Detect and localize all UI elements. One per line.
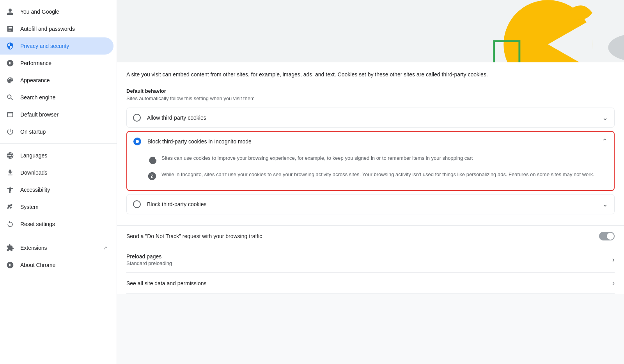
block-icon [147,171,157,181]
accessibility-icon [6,186,14,194]
person-icon [6,8,14,16]
sidebar-item-about[interactable]: About Chrome [0,256,113,274]
allow-cookies-option[interactable]: Allow third-party cookies ⌄ [126,108,615,128]
sidebar-item-downloads[interactable]: Downloads [0,164,113,181]
site-data-row[interactable]: See all site data and permissions › [126,273,615,294]
detail-item-2: While in Incognito, sites can't use your… [147,168,608,184]
preload-pages-subtitle: Standard preloading [126,260,612,266]
allow-cookies-label: Allow third-party cookies [147,115,596,121]
sidebar-item-on-startup-label: On startup [20,129,107,135]
sidebar-item-default-browser-label: Default browser [20,111,107,118]
description-section: A site you visit can embed content from … [117,62,624,225]
block-cookies-label: Block third-party cookies [147,201,596,207]
svg-point-10 [608,34,624,62]
default-behavior-section: Default behavior Sites automatically fol… [126,88,615,101]
detail-text-2: While in Incognito, sites can't use your… [161,171,594,178]
default-behavior-subtitle: Sites automatically follow this setting … [126,95,615,101]
do-not-track-toggle[interactable] [599,232,615,240]
preload-pages-arrow: › [612,256,615,264]
site-data-arrow: › [612,279,615,287]
sidebar-item-reset-label: Reset settings [20,221,107,227]
shield-icon [6,42,14,50]
palette-icon [6,76,14,84]
main-content: A site you visit can embed content from … [117,0,624,364]
block-incognito-label: Block third-party cookies in Incognito m… [147,138,596,145]
sidebar-item-on-startup[interactable]: On startup [0,123,113,140]
svg-point-13 [150,160,151,161]
svg-point-12 [152,160,153,161]
block-cookies-radio[interactable] [133,200,141,208]
sidebar-item-system[interactable]: System [0,198,113,216]
sidebar-item-about-label: About Chrome [20,262,107,268]
cookie-icon [147,155,157,164]
browser-icon [6,111,14,118]
sidebar: You and Google Autofill and passwords Pr… [0,0,117,364]
sidebar-item-appearance-label: Appearance [20,77,107,83]
sidebar-item-appearance[interactable]: Appearance [0,72,113,89]
sidebar-item-languages-label: Languages [20,152,107,159]
settings-sections: Send a "Do Not Track" request with your … [117,225,624,294]
description-text: A site you visit can embed content from … [126,70,615,79]
sidebar-item-privacy[interactable]: Privacy and security [0,37,113,55]
block-incognito-header[interactable]: Block third-party cookies in Incognito m… [127,132,614,151]
sidebar-item-languages[interactable]: Languages [0,147,113,164]
sidebar-item-extensions[interactable]: Extensions ↗ [0,239,113,256]
chrome-icon [6,261,14,269]
sidebar-item-performance[interactable]: Performance [0,55,113,72]
sidebar-item-accessibility[interactable]: Accessibility [0,181,113,198]
search-icon [6,94,14,101]
sidebar-item-you-google[interactable]: You and Google [0,3,113,20]
default-behavior-title: Default behavior [126,88,615,94]
allow-cookies-radio[interactable] [133,114,141,122]
sidebar-item-search-label: Search engine [20,94,107,101]
reset-icon [6,220,14,228]
wrench-icon [6,203,14,211]
sidebar-item-you-google-label: You and Google [20,9,107,15]
detail-text-1: Sites can use cookies to improve your br… [161,154,473,162]
speed-icon [6,59,14,67]
sidebar-item-autofill-label: Autofill and passwords [20,26,107,32]
site-data-content: See all site data and permissions [126,280,612,286]
sidebar-item-accessibility-label: Accessibility [20,187,107,193]
block-incognito-radio[interactable] [133,138,141,145]
hero-section [117,0,624,62]
article-icon [6,25,14,33]
sidebar-item-reset[interactable]: Reset settings [0,216,113,233]
detail-item-1: Sites can use cookies to improve your br… [147,151,608,168]
hero-shapes [117,0,624,62]
site-data-title: See all site data and permissions [126,280,612,286]
sidebar-item-extensions-label: Extensions [20,245,97,251]
puzzle-icon [6,244,14,252]
sidebar-item-downloads-label: Downloads [20,170,107,176]
block-cookies-option[interactable]: Block third-party cookies ⌄ [126,194,615,214]
sidebar-item-performance-label: Performance [20,60,107,66]
external-link-icon: ↗ [103,245,107,251]
sidebar-item-autofill[interactable]: Autofill and passwords [0,20,113,37]
globe-icon [6,152,14,159]
do-not-track-label: Send a "Do Not Track" request with your … [126,233,262,239]
sidebar-item-system-label: System [20,204,107,210]
nav-separator-1 [0,143,117,144]
block-incognito-details: Sites can use cookies to improve your br… [127,151,614,190]
allow-cookies-chevron: ⌄ [602,113,608,122]
preload-pages-content: Preload pages Standard preloading [126,253,612,266]
do-not-track-row: Send a "Do Not Track" request with your … [126,226,615,247]
block-incognito-option[interactable]: Block third-party cookies in Incognito m… [126,131,615,191]
preload-pages-title: Preload pages [126,253,612,260]
block-incognito-chevron: ⌃ [602,137,608,146]
svg-point-11 [151,159,152,160]
nav-separator-2 [0,236,117,236]
power-icon [6,128,14,136]
preload-pages-row[interactable]: Preload pages Standard preloading › [126,247,615,273]
download-icon [6,169,14,177]
sidebar-item-privacy-label: Privacy and security [20,43,107,49]
block-cookies-chevron: ⌄ [602,200,608,209]
sidebar-item-default-browser[interactable]: Default browser [0,106,113,123]
sidebar-item-search[interactable]: Search engine [0,89,113,106]
